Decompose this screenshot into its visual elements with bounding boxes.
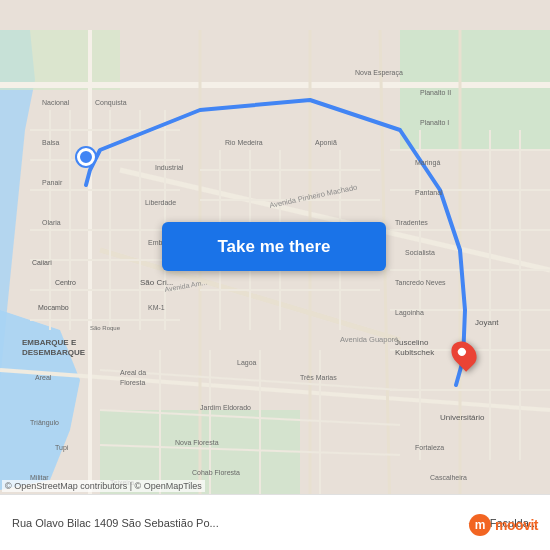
svg-text:Planalto I: Planalto I [420, 119, 449, 126]
moovit-icon: m [469, 514, 491, 536]
svg-text:Caiiari: Caiiari [32, 259, 52, 266]
svg-text:Tupi: Tupi [55, 444, 69, 452]
svg-text:Universitário: Universitário [440, 413, 485, 422]
origin-label: Rua Olavo Bilac 1409 São Sebastião Po... [12, 517, 458, 529]
svg-text:Planalto II: Planalto II [420, 89, 451, 96]
svg-line-10 [380, 30, 390, 520]
svg-text:Nova Esperaça: Nova Esperaça [355, 69, 403, 77]
svg-text:Conquista: Conquista [95, 99, 127, 107]
svg-text:Balsa: Balsa [42, 139, 60, 146]
svg-text:Industrial: Industrial [155, 164, 184, 171]
svg-text:Floresta: Floresta [120, 379, 145, 386]
svg-text:Panair: Panair [42, 179, 63, 186]
moovit-text: moovit [495, 517, 538, 533]
svg-text:KM-1: KM-1 [148, 304, 165, 311]
svg-text:Fortaleza: Fortaleza [415, 444, 444, 451]
map-background: Nacional Conquista Balsa Panair Olaria C… [0, 0, 550, 550]
svg-text:São Roque: São Roque [90, 325, 121, 331]
svg-text:Maringá: Maringá [415, 159, 440, 167]
take-me-there-button[interactable]: Take me there [162, 222, 386, 271]
svg-text:Centro: Centro [55, 279, 76, 286]
svg-text:Cohab Floresta: Cohab Floresta [192, 469, 240, 476]
svg-text:Cascalheira: Cascalheira [430, 474, 467, 481]
svg-text:Kubltschek: Kubltschek [395, 348, 435, 357]
map-container: Nacional Conquista Balsa Panair Olaria C… [0, 0, 550, 550]
svg-text:Joyant: Joyant [475, 318, 499, 327]
bottom-bar: Rua Olavo Bilac 1409 São Sebastião Po...… [0, 494, 550, 550]
svg-text:Tiradentes: Tiradentes [395, 219, 428, 226]
svg-text:Lagoinha: Lagoinha [395, 309, 424, 317]
svg-text:Tancredo Neves: Tancredo Neves [395, 279, 446, 286]
svg-text:Olaria: Olaria [42, 219, 61, 226]
svg-text:Lagoa: Lagoa [237, 359, 257, 367]
svg-text:Areal: Areal [35, 374, 52, 381]
svg-text:Mocambo: Mocambo [38, 304, 69, 311]
svg-text:DESEMBARQUE: DESEMBARQUE [22, 348, 86, 357]
svg-text:Jardim Eldorado: Jardim Eldorado [200, 404, 251, 411]
svg-text:Juscelino: Juscelino [395, 338, 429, 347]
moovit-logo: m moovit [469, 514, 538, 536]
svg-text:Avenida Guaporé: Avenida Guaporé [340, 335, 398, 344]
svg-text:Areal da: Areal da [120, 369, 146, 376]
svg-text:Avenida Pinheiro Machado: Avenida Pinheiro Machado [269, 183, 358, 210]
svg-text:Socialista: Socialista [405, 249, 435, 256]
map-svg: Nacional Conquista Balsa Panair Olaria C… [0, 0, 550, 550]
svg-text:Aponiã: Aponiã [315, 139, 337, 147]
svg-text:Rio Medeira: Rio Medeira [225, 139, 263, 146]
map-attribution: © OpenStreetMap contributors | © OpenMap… [2, 480, 205, 492]
svg-text:Três Marias: Três Marias [300, 374, 337, 381]
origin-marker [77, 148, 95, 166]
svg-rect-1 [0, 30, 120, 90]
svg-text:Liberdade: Liberdade [145, 199, 176, 206]
svg-text:Pantanal: Pantanal [415, 189, 443, 196]
svg-text:EMBARQUE E: EMBARQUE E [22, 338, 77, 347]
svg-text:Nacional: Nacional [42, 99, 70, 106]
svg-text:Nova Floresta: Nova Floresta [175, 439, 219, 446]
svg-text:Triângulo: Triângulo [30, 419, 59, 427]
destination-marker [453, 340, 475, 368]
